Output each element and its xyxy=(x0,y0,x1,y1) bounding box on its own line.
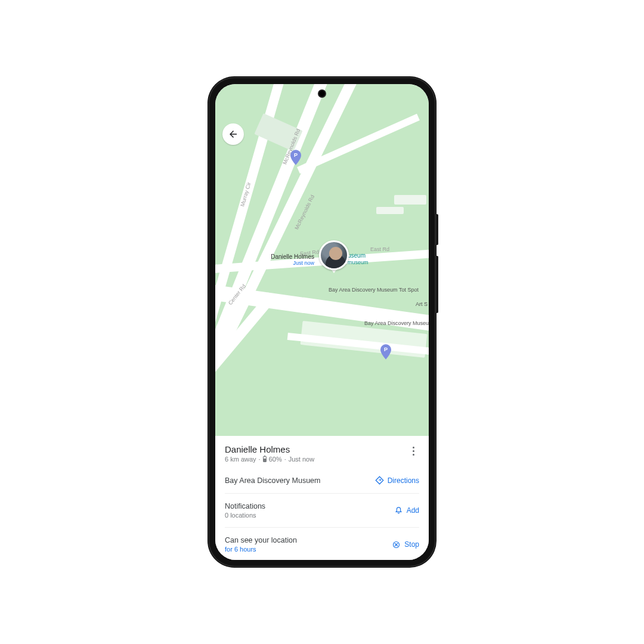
place-name: Bay Area Discovery Musuem xyxy=(225,476,320,485)
person-location-pin[interactable] xyxy=(319,240,349,273)
road-label: East Rd xyxy=(370,246,389,252)
directions-button[interactable]: Directions xyxy=(375,476,419,485)
volume-button xyxy=(436,256,438,313)
power-button xyxy=(436,214,438,245)
map-person-name: Danielle Holmes xyxy=(271,253,314,260)
bell-add-icon xyxy=(394,506,403,515)
notifications-title: Notifications xyxy=(225,502,265,510)
stop-sharing-button[interactable]: Stop xyxy=(392,540,419,549)
bottom-sheet: Danielle Holmes 6 km away · 60% · Just n… xyxy=(215,436,429,560)
more-options-button[interactable] xyxy=(407,444,419,456)
battery-icon xyxy=(263,456,267,462)
phone-frame: McReynolds Rd McReynolds Rd Murray Cir E… xyxy=(208,77,436,567)
person-name: Danielle Holmes xyxy=(225,444,314,454)
poi-museum[interactable]: useum museum xyxy=(348,252,369,265)
screen: McReynolds Rd McReynolds Rd Murray Cir E… xyxy=(215,84,429,560)
directions-icon xyxy=(375,476,384,485)
sharing-duration[interactable]: for 6 hours xyxy=(225,546,297,553)
back-button[interactable] xyxy=(222,123,244,145)
svg-text:P: P xyxy=(294,152,298,158)
stop-circle-icon xyxy=(392,540,401,549)
poi-label: Bay Area Discovery Museum Bay Hall xyxy=(364,320,429,326)
map-person-tag[interactable]: Danielle Holmes Just now xyxy=(271,253,314,266)
parking-pin-icon[interactable]: P xyxy=(290,150,301,165)
add-notification-button[interactable]: Add xyxy=(394,506,419,515)
person-status-line: 6 km away · 60% · Just now xyxy=(225,456,314,463)
avatar-icon xyxy=(319,240,349,270)
front-camera xyxy=(318,89,326,98)
map-person-time: Just now xyxy=(271,260,314,266)
parking-pin-icon[interactable]: P xyxy=(380,344,391,360)
arrow-back-icon xyxy=(228,129,239,140)
poi-label: Bay Area Discovery Museum Tot Spot xyxy=(329,287,419,293)
sharing-title: Can see your location xyxy=(225,536,297,544)
notifications-sub: 0 locations xyxy=(225,512,265,519)
svg-text:P: P xyxy=(384,346,388,352)
poi-label: Art S xyxy=(416,301,428,307)
map-view[interactable]: McReynolds Rd McReynolds Rd Murray Cir E… xyxy=(215,84,429,436)
